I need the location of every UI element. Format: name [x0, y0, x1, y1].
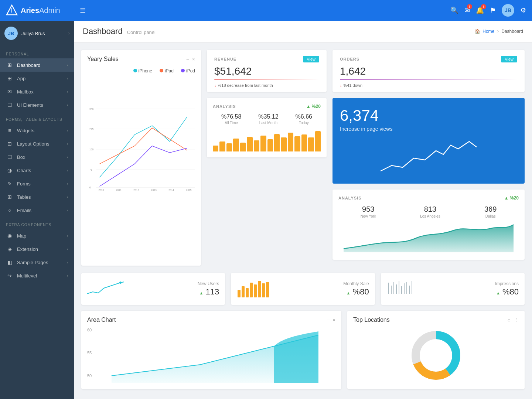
- page-views-label: Increase in page views: [340, 126, 517, 132]
- svg-rect-24: [258, 281, 261, 297]
- sidebar-item-multilevel[interactable]: ↪ Multilevel ›: [0, 269, 74, 282]
- sidebar-mailbox-label: Mailbox: [17, 89, 67, 95]
- area-chart-controls: − ×: [327, 317, 335, 323]
- yearly-minimize-button[interactable]: −: [186, 56, 189, 62]
- topnav-icons: 🔍 ✉3 🔔5 ⚑ JB ⚙: [450, 4, 526, 17]
- sidebar-box-label: Box: [17, 154, 67, 160]
- analysis-bottom-stats: 953 New York 813 Los Angeles 369 Dallas: [338, 205, 519, 218]
- search-icon[interactable]: 🔍: [450, 6, 458, 14]
- sidebar-user-name: Juliya Brus: [21, 31, 68, 36]
- flag-icon[interactable]: ⚑: [490, 6, 496, 14]
- monthly-sale-value: ▲ %80: [280, 287, 369, 297]
- user-avatar[interactable]: JB: [502, 4, 514, 17]
- hamburger-button[interactable]: ☰: [80, 6, 450, 14]
- yearly-sales-card: Yeary Sales − × iPhone iPad iPod 300 225: [81, 50, 201, 266]
- sidebar-user-arrow: ›: [68, 31, 69, 35]
- bar: [226, 143, 232, 151]
- svg-text:225: 225: [89, 128, 93, 130]
- sidebar-item-map[interactable]: ◉ Map ›: [0, 229, 74, 242]
- new-users-info: New Users ▲ 113: [130, 281, 219, 297]
- new-users-chart: [87, 279, 124, 299]
- revenue-arrow: ↓: [214, 83, 216, 88]
- svg-text:2014: 2014: [168, 189, 174, 191]
- bar: [247, 137, 252, 151]
- sidebar-item-extension[interactable]: ◈ Extension ›: [0, 242, 74, 256]
- breadcrumb-home[interactable]: Home: [482, 29, 494, 34]
- page-views-chart: [340, 138, 517, 175]
- forms-icon: ✎: [6, 181, 13, 187]
- sidebar-item-emails[interactable]: ○ Emails ›: [0, 204, 74, 217]
- sidebar-item-forms[interactable]: ✎ Forms ›: [0, 177, 74, 190]
- yearly-controls: − ×: [186, 56, 195, 62]
- sidebar-forms-item-label: Forms: [17, 181, 67, 187]
- svg-point-18: [119, 282, 122, 284]
- stat-dallas: 369 Dallas: [484, 205, 497, 218]
- area-chart-minimize-button[interactable]: −: [327, 317, 330, 323]
- sidebar-item-layout[interactable]: ⊡ Layout Options ›: [0, 137, 74, 150]
- analysis-top-badge: ▲ %20: [306, 104, 321, 109]
- sidebar-sample-pages-label: Sample Pages: [17, 260, 67, 265]
- revenue-card: REVENUE View $51,642 ↓ %18 decrease from…: [207, 50, 327, 92]
- revenue-divider: [214, 79, 319, 80]
- mail-icon[interactable]: ✉3: [464, 6, 470, 14]
- sidebar-item-widgets[interactable]: ≡ Widgets ›: [0, 124, 74, 137]
- top-locations-circle-button[interactable]: ○: [508, 317, 511, 323]
- yearly-close-button[interactable]: ×: [192, 56, 195, 62]
- area-chart-container: 60 55 50: [87, 328, 335, 383]
- orders-view-button[interactable]: View: [501, 56, 517, 62]
- bell-icon[interactable]: 🔔5: [476, 6, 484, 14]
- sidebar-item-charts[interactable]: ◑ Charts ›: [0, 164, 74, 177]
- orders-value: 1,642: [340, 65, 517, 77]
- svg-text:2015: 2015: [186, 189, 192, 191]
- sidebar-arrow: ›: [67, 76, 68, 81]
- top-locations-card: Top Locations ○ ⋮: [347, 311, 525, 389]
- monthly-sale-label: Monthly Sale: [280, 281, 369, 286]
- green-area-chart: [338, 223, 519, 252]
- sidebar-extra-label: EXTRA COMPONENTS: [0, 217, 74, 229]
- revenue-view-button[interactable]: View: [303, 56, 319, 62]
- box-icon: ☐: [6, 154, 13, 160]
- area-chart-close-button[interactable]: ×: [332, 317, 335, 323]
- page-title: Dashboard: [83, 27, 123, 36]
- sidebar-item-box[interactable]: ☐ Box ›: [0, 150, 74, 164]
- sidebar-personal-label: PERSONAL: [0, 46, 74, 58]
- sidebar-user[interactable]: JB Juliya Brus ›: [0, 21, 74, 46]
- bar: [315, 131, 321, 151]
- impressions-label: Impressions: [422, 281, 519, 286]
- svg-rect-23: [254, 284, 257, 297]
- svg-rect-20: [242, 286, 245, 297]
- bar: [267, 139, 273, 151]
- mini-stats-row: New Users ▲ 113: [74, 273, 532, 311]
- donut-chart: [406, 326, 466, 385]
- sidebar-item-dashboard[interactable]: ⊞ Dashboard ›: [0, 58, 74, 72]
- yearly-sales-title: Yeary Sales: [87, 56, 119, 62]
- analysis-top-header: ANALYSIS ▲ %20: [213, 104, 321, 109]
- bar: [213, 146, 218, 151]
- revenue-header: REVENUE View: [214, 56, 319, 62]
- area-chart-card: Area Chart − × 60 55 50: [81, 311, 341, 389]
- sidebar-item-mailbox[interactable]: ✉ Mailbox ›: [0, 85, 74, 98]
- sidebar-item-ui-elements[interactable]: ☐ UI Elements ›: [0, 98, 74, 112]
- multilevel-icon: ↪: [6, 273, 13, 279]
- sidebar-item-app[interactable]: ⊞ App ›: [0, 72, 74, 85]
- sidebar-item-tables[interactable]: ⊞ Tables ›: [0, 190, 74, 204]
- sidebar-arrow: ›: [67, 103, 68, 107]
- impressions-value: ▲ %80: [422, 287, 519, 297]
- analysis-top-label: ANALYSIS: [213, 104, 236, 109]
- sidebar-map-label: Map: [17, 233, 67, 239]
- page-views-card: 6,374 Increase in page views: [332, 98, 525, 184]
- sidebar-item-sample-pages[interactable]: ◧ Sample Pages ›: [0, 256, 74, 269]
- mail-badge: 3: [467, 4, 472, 9]
- orders-divider: [340, 79, 517, 80]
- charts-icon: ◑: [6, 167, 13, 173]
- top-locations-more-button[interactable]: ⋮: [514, 317, 519, 323]
- svg-rect-19: [238, 290, 241, 297]
- new-users-value: ▲ 113: [130, 287, 219, 297]
- top-locations-title: Top Locations: [353, 317, 390, 323]
- yearly-sales-chart: 300 225 150 75 0 2010 2011 2012 2013: [87, 78, 195, 218]
- settings-icon[interactable]: ⚙: [520, 6, 526, 14]
- svg-text:2011: 2011: [116, 189, 122, 191]
- layout-icon: ⊡: [6, 141, 13, 147]
- bar: [219, 141, 225, 152]
- bar: [274, 134, 280, 151]
